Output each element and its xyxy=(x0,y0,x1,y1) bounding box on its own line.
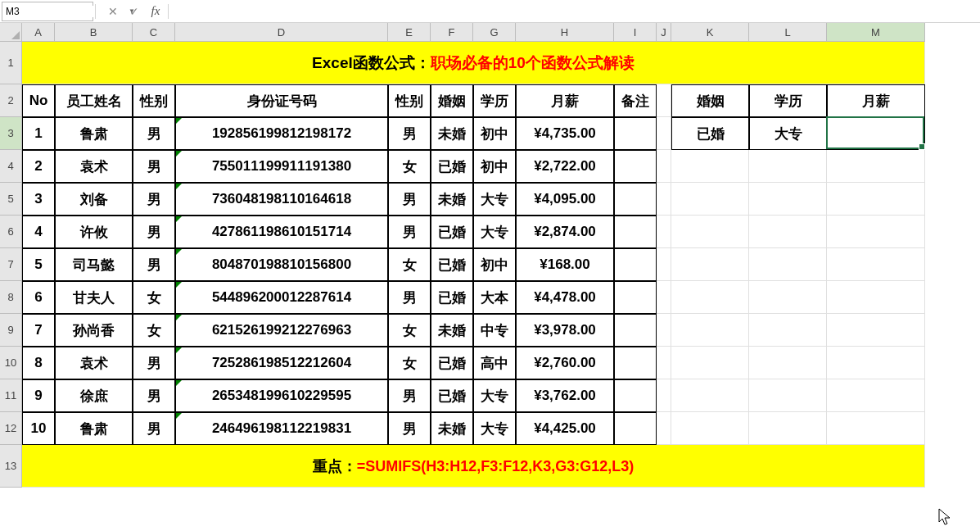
header-remark[interactable]: 备注 xyxy=(614,84,657,117)
row-header-12[interactable]: 12 xyxy=(0,412,22,445)
footer-cell[interactable]: 重点：=SUMIFS(H3:H12,F3:F12,K3,G3:G12,L3) xyxy=(22,445,925,488)
row-header-7[interactable]: 7 xyxy=(0,248,22,281)
cell-name-5[interactable]: 刘备 xyxy=(55,183,133,216)
header-side-salary[interactable]: 月薪 xyxy=(827,84,925,117)
header-marital[interactable]: 婚姻 xyxy=(431,84,473,117)
cell-K4[interactable] xyxy=(671,150,749,183)
cell-edu-9[interactable]: 中专 xyxy=(473,314,516,347)
col-header-C[interactable]: C xyxy=(133,23,175,42)
cell-sex-6[interactable]: 男 xyxy=(133,216,175,248)
cell-name-11[interactable]: 徐庶 xyxy=(55,379,133,412)
cell-sex2-3[interactable]: 男 xyxy=(388,117,431,150)
cell-id-4[interactable]: 755011199911191380 xyxy=(175,150,388,183)
cell-name-10[interactable]: 袁术 xyxy=(55,347,133,379)
cell-marital-3[interactable]: 未婚 xyxy=(431,117,473,150)
row-header-6[interactable]: 6 xyxy=(0,216,22,248)
select-all-corner[interactable] xyxy=(0,23,22,42)
col-header-G[interactable]: G xyxy=(473,23,516,42)
cell-sex-11[interactable]: 男 xyxy=(133,379,175,412)
cell-edu-3[interactable]: 初中 xyxy=(473,117,516,150)
cell-name-3[interactable]: 鲁肃 xyxy=(55,117,133,150)
cell-edu-5[interactable]: 大专 xyxy=(473,183,516,216)
cell-salary-6[interactable]: ¥2,874.00 xyxy=(516,216,614,248)
cell-sex-3[interactable]: 男 xyxy=(133,117,175,150)
cell-J8[interactable] xyxy=(657,281,671,314)
cell-id-12[interactable]: 246496198112219831 xyxy=(175,412,388,445)
cell-L11[interactable] xyxy=(749,379,827,412)
cell-M6[interactable] xyxy=(827,216,925,248)
cell-M7[interactable] xyxy=(827,248,925,281)
cell-salary-10[interactable]: ¥2,760.00 xyxy=(516,347,614,379)
cell-M4[interactable] xyxy=(827,150,925,183)
cell-sex2-8[interactable]: 男 xyxy=(388,281,431,314)
cancel-icon[interactable]: ✕ xyxy=(102,2,124,20)
cell-side-edu[interactable]: 大专 xyxy=(749,117,827,150)
cell-id-8[interactable]: 544896200012287614 xyxy=(175,281,388,314)
cell-J12[interactable] xyxy=(657,412,671,445)
cell-L4[interactable] xyxy=(749,150,827,183)
cell-edu-10[interactable]: 高中 xyxy=(473,347,516,379)
cell-salary-8[interactable]: ¥4,478.00 xyxy=(516,281,614,314)
cell-sex2-6[interactable]: 男 xyxy=(388,216,431,248)
cell-edu-6[interactable]: 大专 xyxy=(473,216,516,248)
cell-remark-3[interactable] xyxy=(614,117,657,150)
cell-edu-7[interactable]: 初中 xyxy=(473,248,516,281)
header-no[interactable]: No xyxy=(22,84,55,117)
cell-remark-4[interactable] xyxy=(614,150,657,183)
row-header-13[interactable]: 13 xyxy=(0,445,22,488)
col-header-E[interactable]: E xyxy=(388,23,431,42)
cell-sex2-9[interactable]: 女 xyxy=(388,314,431,347)
header-edu[interactable]: 学历 xyxy=(473,84,516,117)
cell-edu-8[interactable]: 大本 xyxy=(473,281,516,314)
cell-id-11[interactable]: 265348199610229595 xyxy=(175,379,388,412)
cell-M9[interactable] xyxy=(827,314,925,347)
row-header-5[interactable]: 5 xyxy=(0,183,22,216)
cell-sex2-7[interactable]: 女 xyxy=(388,248,431,281)
cell-no-8[interactable]: 6 xyxy=(22,281,55,314)
cell-sex-9[interactable]: 女 xyxy=(133,314,175,347)
cell-salary-11[interactable]: ¥3,762.00 xyxy=(516,379,614,412)
cell-L6[interactable] xyxy=(749,216,827,248)
cell-sex-10[interactable]: 男 xyxy=(133,347,175,379)
cell-L5[interactable] xyxy=(749,183,827,216)
cell-name-7[interactable]: 司马懿 xyxy=(55,248,133,281)
cell-M8[interactable] xyxy=(827,281,925,314)
cell-M12[interactable] xyxy=(827,412,925,445)
cell-id-6[interactable]: 427861198610151714 xyxy=(175,216,388,248)
cell-no-7[interactable]: 5 xyxy=(22,248,55,281)
cell-side-marital[interactable]: 已婚 xyxy=(671,117,749,150)
cell-J2[interactable] xyxy=(657,84,671,117)
header-sex[interactable]: 性别 xyxy=(133,84,175,117)
cell-K10[interactable] xyxy=(671,347,749,379)
cell-J4[interactable] xyxy=(657,150,671,183)
cell-K12[interactable] xyxy=(671,412,749,445)
cell-sex-12[interactable]: 男 xyxy=(133,412,175,445)
cell-edu-12[interactable]: 大专 xyxy=(473,412,516,445)
cell-name-12[interactable]: 鲁肃 xyxy=(55,412,133,445)
name-box[interactable]: ▼ xyxy=(2,2,93,21)
cell-sex2-11[interactable]: 男 xyxy=(388,379,431,412)
title-cell[interactable]: Excel函数公式：职场必备的10个函数公式解读 xyxy=(22,42,925,84)
cell-no-3[interactable]: 1 xyxy=(22,117,55,150)
col-header-D[interactable]: D xyxy=(175,23,388,42)
cell-id-10[interactable]: 725286198512212604 xyxy=(175,347,388,379)
row-header-1[interactable]: 1 xyxy=(0,42,22,84)
cell-no-11[interactable]: 9 xyxy=(22,379,55,412)
cell-J5[interactable] xyxy=(657,183,671,216)
cell-salary-9[interactable]: ¥3,978.00 xyxy=(516,314,614,347)
col-header-M[interactable]: M xyxy=(827,23,925,42)
row-header-10[interactable]: 10 xyxy=(0,347,22,379)
cell-M10[interactable] xyxy=(827,347,925,379)
cell-salary-7[interactable]: ¥168.00 xyxy=(516,248,614,281)
cell-L8[interactable] xyxy=(749,281,827,314)
cell-L9[interactable] xyxy=(749,314,827,347)
cell-id-3[interactable]: 192856199812198172 xyxy=(175,117,388,150)
cell-L7[interactable] xyxy=(749,248,827,281)
cell-marital-10[interactable]: 已婚 xyxy=(431,347,473,379)
cell-edu-11[interactable]: 大专 xyxy=(473,379,516,412)
col-header-F[interactable]: F xyxy=(431,23,473,42)
col-header-L[interactable]: L xyxy=(749,23,827,42)
cell-salary-4[interactable]: ¥2,722.00 xyxy=(516,150,614,183)
header-id[interactable]: 身份证号码 xyxy=(175,84,388,117)
cell-K7[interactable] xyxy=(671,248,749,281)
